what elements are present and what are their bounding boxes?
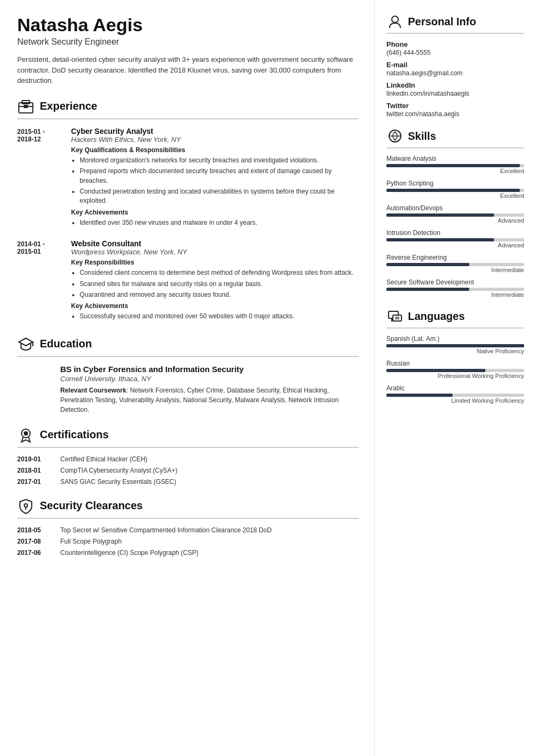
skills-icon (386, 127, 404, 145)
sec-name-1: Full Scope Polygraph (60, 538, 359, 545)
experience-title: Experience (40, 100, 97, 112)
exp-company-2: Wordpress Workplace, New York, NY (71, 248, 359, 256)
languages-title: Languages (408, 310, 465, 323)
skill-bar-bg-4 (386, 263, 524, 266)
skill-bar-fill-5 (386, 288, 469, 291)
personal-info-divider (386, 33, 524, 34)
sec-date-1: 2017-08 (17, 538, 60, 545)
lang-bar-bg-0 (386, 344, 524, 347)
cert-date-2: 2017-01 (17, 478, 60, 486)
skill-bar-bg-2 (386, 213, 524, 217)
edu-school: Cornell University. Ithaca, NY (60, 375, 359, 383)
phone-label: Phone (386, 40, 524, 48)
lang-bar-bg-2 (386, 394, 524, 397)
security-title: Security Clearances (40, 500, 143, 512)
cert-row-1: 2018-01 CompTIA Cybersecurity Analyst (C… (17, 467, 359, 474)
skill-level-2: Advanced (386, 217, 524, 224)
education-divider (17, 356, 359, 357)
certifications-divider (17, 447, 359, 448)
skill-entry-5: Secure Software Development Intermediate (386, 279, 524, 298)
lang-level-1: Professional Working Proficiency (386, 373, 524, 379)
skills-title: Skills (408, 130, 436, 142)
personal-info-icon (386, 13, 404, 30)
skill-entry-3: Intrusion Detection Advanced (386, 229, 524, 248)
skill-name-3: Intrusion Detection (386, 229, 524, 237)
edu-coursework: Relevant Coursework: Network Forensics, … (60, 386, 359, 415)
skill-bar-bg-0 (386, 164, 524, 167)
coursework-label: Relevant Coursework (60, 387, 126, 394)
exp-bullet: Monitored organization's networks for se… (80, 156, 359, 165)
lang-level-0: Native Proficiency (386, 348, 524, 354)
svg-rect-3 (24, 105, 28, 108)
exp-company-1: Hackers With Ethics, New York, NY (71, 135, 359, 144)
cert-name-0: Certified Ethical Hacker (CEH) (60, 455, 359, 463)
experience-header: Experience (17, 98, 359, 115)
linkedin-label: LinkedIn (386, 81, 524, 89)
skills-header: Skills (386, 127, 524, 145)
exp-bullet: Quarantined and removed any security iss… (80, 290, 359, 299)
skill-name-1: Python Scripting (386, 180, 524, 187)
skill-bar-fill-3 (386, 238, 494, 241)
cert-row-2: 2017-01 SANS GIAC Security Essentials (G… (17, 478, 359, 486)
languages-section: Languages Spanish (Lat. Am.) Native Prof… (386, 308, 524, 404)
skill-level-0: Excellent (386, 168, 524, 174)
lang-entry-2: Arabic Limited Working Proficiency (386, 384, 524, 404)
education-header: Education (17, 336, 359, 353)
twitter-label: Twitter (386, 102, 524, 110)
sec-name-2: Counterintelligence (CI) Scope Polygraph… (60, 549, 359, 557)
skill-entry-1: Python Scripting Excellent (386, 180, 524, 199)
skill-name-5: Secure Software Development (386, 279, 524, 286)
languages-icon (386, 308, 404, 325)
personal-info-section: Personal Info Phone (646) 444-5555 E-mai… (386, 13, 524, 118)
experience-section: Experience 2015-01 - 2018-12 Cyber Secur… (17, 98, 359, 324)
experience-icon (17, 98, 34, 115)
exp-sub-title-1-0: Key Qualifications & Responsibilities (71, 146, 359, 154)
svg-point-9 (392, 16, 398, 23)
lang-bar-bg-1 (386, 369, 524, 372)
exp-bullets-2-1: Successfully secured and monitored over … (71, 312, 359, 321)
exp-bullets-1-0: Monitored organization's networks for se… (71, 156, 359, 206)
education-title: Education (40, 338, 92, 350)
sec-row-1: 2017-08 Full Scope Polygraph (17, 538, 359, 545)
security-icon (17, 497, 34, 515)
exp-bullets-2-0: Considered client concerns to determine … (71, 268, 359, 299)
right-column: Personal Info Phone (646) 444-5555 E-mai… (375, 0, 536, 756)
skill-bar-bg-3 (386, 238, 524, 241)
education-section: Education BS in Cyber Forensics and Info… (17, 336, 359, 415)
email-label: E-mail (386, 61, 524, 69)
skills-divider (386, 147, 524, 148)
candidate-name: Natasha Aegis (17, 15, 359, 35)
header-section: Natasha Aegis Network Security Engineer … (17, 15, 359, 86)
security-divider (17, 518, 359, 519)
exp-sub-title-1-1: Key Achievements (71, 209, 359, 216)
skill-bar-fill-1 (386, 189, 520, 192)
lang-level-2: Limited Working Proficiency (386, 397, 524, 404)
skill-bar-bg-5 (386, 288, 524, 291)
exp-job-title-2: Website Consultant (71, 239, 359, 248)
sec-date-0: 2018-05 (17, 526, 60, 534)
exp-bullet: Considered client concerns to determine … (80, 268, 359, 277)
exp-entry-2: 2014-01 - 2015-01 Website Consultant Wor… (17, 239, 359, 324)
security-header: Security Clearances (17, 497, 359, 515)
skills-section: Skills Malware Analysis Excellent Python… (386, 127, 524, 298)
lang-bar-fill-1 (386, 369, 485, 372)
svg-point-6 (24, 431, 28, 436)
cert-date-0: 2019-01 (17, 455, 60, 463)
lang-bar-fill-2 (386, 394, 453, 397)
edu-degree: BS in Cyber Forensics and Information Se… (60, 365, 359, 374)
candidate-title: Network Security Engineer (17, 37, 359, 47)
candidate-summary: Persistent, detail-oriented cyber securi… (17, 54, 359, 86)
certifications-icon (17, 426, 34, 444)
lang-name-0: Spanish (Lat. Am.) (386, 335, 524, 343)
certifications-header: Certifications (17, 426, 359, 444)
exp-dates-2: 2014-01 - 2015-01 (17, 239, 71, 324)
phone-value: (646) 444-5555 (386, 49, 524, 56)
skill-entry-0: Malware Analysis Excellent (386, 155, 524, 174)
exp-bullet: Prepared reports which documented securi… (80, 167, 359, 186)
languages-header: Languages (386, 308, 524, 325)
certifications-section: Certifications 2019-01 Certified Ethical… (17, 426, 359, 486)
left-column: Natasha Aegis Network Security Engineer … (0, 0, 375, 756)
exp-bullets-1-1: Identified over 350 new viruses and malw… (71, 218, 359, 227)
exp-sub-title-2-1: Key Achievements (71, 302, 359, 310)
exp-dates-1: 2015-01 - 2018-12 (17, 127, 71, 230)
